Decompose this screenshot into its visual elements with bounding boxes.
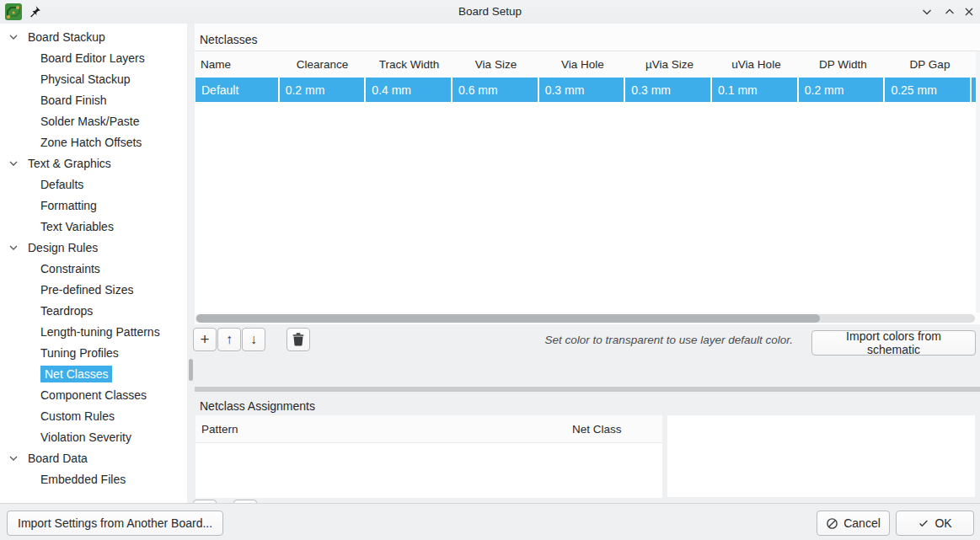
import-settings-button[interactable]: Import Settings from Another Board... — [7, 511, 223, 536]
sidebar-item-pre-defined-sizes[interactable]: Pre-defined Sizes — [0, 279, 187, 300]
sidebar-item-component-classes[interactable]: Component Classes — [0, 384, 187, 405]
column-header-clearance[interactable]: Clearance — [280, 51, 365, 77]
netclasses-section: Netclasses Name Clearance Track Width Vi… — [195, 24, 980, 324]
chevron-down-icon[interactable] — [8, 158, 19, 168]
sidebar-item-length-tuning-patterns[interactable]: Length-tuning Patterns — [0, 321, 187, 342]
vertical-scrollbar-gutter — [976, 51, 980, 313]
cancel-button[interactable]: Cancel — [817, 511, 890, 536]
column-header-dp-width[interactable]: DP Width — [801, 51, 886, 77]
sidebar-item-design-rules[interactable]: Design Rules — [0, 237, 187, 258]
ok-button[interactable]: OK — [896, 511, 974, 536]
cancel-icon — [826, 517, 838, 530]
sidebar-item-text-graphics[interactable]: Text & Graphics — [0, 152, 187, 174]
arrow-up-icon: ↑ — [226, 332, 233, 347]
column-header-via-size[interactable]: Via Size — [453, 51, 538, 77]
sidebar-item-formatting[interactable]: Formatting — [0, 195, 187, 216]
move-down-button[interactable]: ↓ — [242, 328, 265, 351]
column-header-via-hole[interactable]: Via Hole — [540, 51, 625, 77]
cell-dp-width[interactable]: 0.2 mm — [799, 78, 884, 102]
chevron-down-icon[interactable] — [8, 32, 19, 42]
titlebar: Board Setup — [0, 0, 980, 24]
assignments-table: Pattern Net Class — [195, 415, 662, 498]
assignments-preview-panel — [667, 415, 975, 497]
selected-item-highlight: Net Classes — [40, 366, 112, 382]
section-splitter[interactable] — [195, 387, 980, 392]
arrow-down-icon: ↓ — [250, 332, 257, 347]
column-header-uvia-size[interactable]: µVia Size — [627, 51, 712, 77]
chevron-down-icon[interactable] — [8, 243, 19, 253]
netclasses-grid: Name Clearance Track Width Via Size Via … — [195, 51, 976, 313]
assignments-section-title: Netclass Assignments — [200, 399, 315, 413]
column-header-track-width[interactable]: Track Width — [367, 51, 452, 77]
sidebar-item-board-data[interactable]: Board Data — [0, 447, 187, 468]
sidebar-item-board-stackup[interactable]: Board Stackup — [0, 26, 187, 47]
import-colors-button[interactable]: Import colors from schematic — [811, 330, 976, 356]
column-header-net-class[interactable]: Net Class — [572, 415, 622, 443]
cell-name[interactable]: Default — [195, 78, 278, 102]
horizontal-scrollbar-thumb[interactable] — [196, 314, 820, 323]
column-header-pattern[interactable]: Pattern — [201, 415, 238, 443]
sidebar-item-custom-rules[interactable]: Custom Rules — [0, 405, 187, 426]
delete-netclass-button[interactable] — [287, 328, 310, 351]
dialog-footer: Import Settings from Another Board... Ca… — [0, 503, 980, 540]
move-up-button[interactable]: ↑ — [217, 328, 241, 351]
sidebar-item-constraints[interactable]: Constraints — [0, 258, 187, 279]
minimize-icon[interactable] — [920, 5, 934, 19]
add-netclass-button[interactable]: + — [193, 328, 217, 351]
sidebar-scrollbar-thumb[interactable] — [189, 359, 193, 381]
column-header-name[interactable]: Name — [195, 51, 278, 77]
column-header-uvia-hole[interactable]: uVia Hole — [714, 51, 799, 77]
cell-dp-gap[interactable]: 0.25 mm — [885, 78, 970, 102]
sidebar-item-text-variables[interactable]: Text Variables — [0, 216, 187, 237]
sidebar-splitter[interactable] — [187, 24, 195, 503]
maximize-icon[interactable] — [943, 5, 956, 19]
netclasses-section-title: Netclasses — [200, 33, 257, 46]
plus-icon: + — [200, 330, 209, 349]
netclasses-grid-header: Name Clearance Track Width Via Size Via … — [195, 51, 976, 77]
trash-icon — [292, 333, 304, 346]
color-hint-text: Set color to transparent to use layer de… — [532, 329, 793, 351]
sidebar-item-zone-hatch-offsets[interactable]: Zone Hatch Offsets — [0, 131, 187, 152]
window-title: Board Setup — [0, 0, 980, 24]
cell-uvia-hole[interactable]: 0.1 mm — [712, 78, 797, 102]
cell-uvia-size[interactable]: 0.3 mm — [625, 78, 710, 102]
assignments-table-header: Pattern Net Class — [195, 415, 662, 443]
check-icon — [918, 517, 929, 529]
chevron-down-icon[interactable] — [8, 453, 19, 463]
cell-via-hole[interactable]: 0.3 mm — [539, 78, 624, 102]
sidebar-item-physical-stackup[interactable]: Physical Stackup — [0, 68, 187, 89]
sidebar-item-teardrops[interactable]: Teardrops — [0, 300, 187, 321]
sidebar-item-solder-mask-paste[interactable]: Solder Mask/Paste — [0, 110, 187, 131]
column-header-dp-gap[interactable]: DP Gap — [887, 51, 972, 77]
cell-via-size[interactable]: 0.6 mm — [453, 78, 538, 102]
sidebar-item-defaults[interactable]: Defaults — [0, 174, 187, 195]
settings-tree: Board Stackup Board Editor Layers Physic… — [0, 24, 187, 503]
cell-clearance[interactable]: 0.2 mm — [280, 78, 365, 102]
sidebar-item-embedded-files[interactable]: Embedded Files — [0, 468, 187, 489]
netclass-row-default[interactable]: Default 0.2 mm 0.4 mm 0.6 mm 0.3 mm 0.3 … — [195, 78, 976, 102]
cell-track-width[interactable]: 0.4 mm — [366, 78, 451, 102]
close-icon[interactable] — [962, 5, 976, 19]
sidebar-item-net-classes[interactable]: Net Classes — [0, 363, 187, 384]
sidebar-item-board-editor-layers[interactable]: Board Editor Layers — [0, 47, 187, 68]
sidebar-item-board-finish[interactable]: Board Finish — [0, 89, 187, 110]
sidebar-item-violation-severity[interactable]: Violation Severity — [0, 426, 187, 447]
sidebar-item-tuning-profiles[interactable]: Tuning Profiles — [0, 342, 187, 363]
